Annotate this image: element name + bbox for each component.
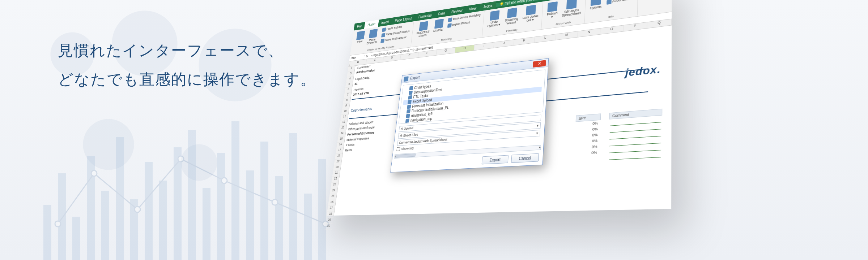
file-icon: [407, 105, 411, 109]
file-icon: [407, 109, 410, 113]
export-button[interactable]: Export: [482, 155, 509, 164]
undo-options-button[interactable]: UndoOptions ▾: [486, 9, 503, 29]
row-label: Personnel Expenses: [347, 131, 375, 136]
paste-elements-button[interactable]: PasteElements: [365, 28, 380, 46]
row-header-16[interactable]: 16: [336, 142, 344, 148]
background-chart: [43, 116, 369, 260]
row-label: Rents: [345, 148, 352, 152]
cancel-button[interactable]: Cancel: [511, 153, 539, 163]
row-header-28[interactable]: 28: [326, 212, 334, 218]
fx-label: fx: [364, 54, 370, 58]
file-icon: [408, 95, 412, 100]
undo-options-button-icon: [490, 10, 499, 21]
svg-point-1: [91, 170, 97, 176]
row-header-25[interactable]: 25: [329, 194, 337, 200]
headline-line-2: どなたでも直感的に操作できます。: [58, 65, 316, 94]
options-button[interactable]: Options: [588, 0, 604, 11]
file-icon: [406, 114, 410, 118]
dpy-value: 0%: [574, 150, 600, 157]
splashing-wizard-button[interactable]: SplashingWizard: [503, 6, 521, 27]
file-icon: [409, 91, 413, 95]
svg-point-5: [272, 199, 278, 205]
line-chart-overlay: [43, 116, 369, 260]
svg-point-4: [221, 178, 227, 183]
row-label: It costs: [345, 143, 354, 147]
publish-button[interactable]: Publish▾: [545, 0, 559, 21]
import-wizard-icon: [447, 23, 452, 28]
label-costcenter: Costcenter:: [357, 65, 371, 70]
headline-line-1: 見慣れたインターフェースで、: [58, 36, 316, 65]
save-as-snapshot-icon: [380, 39, 384, 43]
name-box[interactable]: H19: [349, 55, 365, 60]
row-label: Material expenses: [346, 136, 369, 142]
file-icon: [405, 118, 409, 123]
value-costcenter: Administration: [356, 69, 375, 74]
file-icon: [409, 86, 413, 90]
row-label: Other personnel expe: [348, 125, 375, 131]
export-dialog: Export ✕ Chart typesDecompositionTreeETL…: [390, 58, 549, 173]
modeler-button-icon: [434, 19, 444, 29]
row-header-18[interactable]: 18: [335, 153, 342, 160]
excel-window: FileHomeInsertPage LayoutFormulasDataRev…: [327, 0, 672, 216]
label-periode: Periode:: [353, 87, 364, 91]
paste-data-function-icon: [381, 33, 385, 37]
row-header-26[interactable]: 26: [328, 200, 336, 206]
row-header-29[interactable]: 29: [326, 218, 333, 224]
dialog-icon: [404, 76, 409, 82]
data-cell[interactable]: [387, 148, 393, 153]
svg-point-0: [55, 221, 61, 227]
lightbulb-icon: 💡: [499, 2, 504, 6]
paste-elements-button-icon: [369, 29, 378, 38]
splashing-wizard-button-icon: [507, 8, 517, 18]
view-button-icon: [356, 31, 365, 40]
cost-elements-header: Cost elements: [350, 107, 373, 113]
group-label: Info: [608, 14, 614, 19]
about-jedox-icon: [607, 0, 612, 5]
data-cell[interactable]: [388, 143, 393, 148]
svg-point-2: [135, 207, 140, 212]
value-legal-entity: 11: [354, 82, 358, 86]
row-header-30[interactable]: 30: [324, 224, 332, 230]
jedox-logo: jedox.: [625, 63, 661, 79]
comment-column: Comment: [608, 109, 662, 161]
about-jedox[interactable]: About Jedox: [605, 0, 635, 6]
modeler-button[interactable]: Modeler: [432, 18, 446, 34]
paste-subset-icon: [382, 27, 386, 32]
row-header-24[interactable]: 24: [330, 188, 338, 194]
row-header-27[interactable]: 27: [327, 206, 335, 212]
row-header-14[interactable]: 14: [338, 131, 346, 137]
publish-button-icon: [548, 1, 558, 12]
row-header-17[interactable]: 17: [336, 148, 343, 154]
value-periode: 2017-03 YTD: [353, 91, 369, 96]
lock-jedox-cell-button-icon: [526, 5, 536, 16]
data-driven-modeling-icon: [448, 17, 452, 22]
row-header-21[interactable]: 21: [332, 171, 340, 177]
file-icon: [408, 100, 412, 104]
success-charts-button-icon: [419, 21, 429, 31]
row-header-13[interactable]: 13: [339, 125, 346, 131]
row-header-23[interactable]: 23: [331, 182, 339, 188]
svg-point-3: [178, 156, 184, 162]
row-header-20[interactable]: 20: [333, 165, 341, 171]
delta-py-column: ΔPY 0%0%0%0%0%0%: [574, 113, 601, 157]
label-legal-entity: Legal Entity:: [355, 76, 370, 81]
row-label: Salaries and Wages: [349, 120, 374, 126]
close-icon[interactable]: ✕: [533, 60, 546, 68]
row-header-19[interactable]: 19: [334, 159, 341, 165]
row-header-22[interactable]: 22: [331, 177, 339, 183]
edit-jedox-spreadsheet-button[interactable]: Edit JedoxSpreadsheet: [560, 0, 583, 18]
lock-jedox-cell-button[interactable]: Lock Jedoxcell ▾: [521, 3, 541, 24]
row-header-15[interactable]: 15: [337, 136, 345, 143]
success-charts-button[interactable]: SUCCESSCharts: [414, 20, 432, 39]
headline: 見慣れたインターフェースで、 どなたでも直感的に操作できます。: [58, 36, 316, 94]
edit-jedox-spreadsheet-button-icon: [566, 0, 577, 9]
view-button[interactable]: View: [354, 30, 366, 45]
